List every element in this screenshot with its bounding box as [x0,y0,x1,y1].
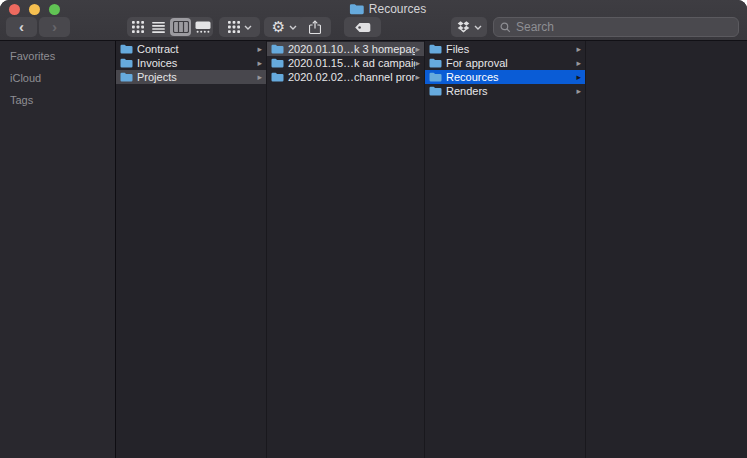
content-area: Favorites iCloud Tags Contract▸Invoices▸… [0,41,747,458]
disclosure-chevron-icon: ▸ [576,73,582,82]
segment-columns-view[interactable] [170,18,191,36]
share-icon [309,20,321,35]
file-row[interactable]: Renders▸ [425,84,585,98]
file-name: Invoices [137,57,257,69]
window-title-text: Recources [369,2,426,16]
folder-icon [271,58,284,68]
finder-column-3: Files▸For approval▸Recources▸Renders▸ [425,41,586,458]
folder-icon-wrap [429,86,442,96]
folder-icon [120,58,133,68]
tag-icon [354,22,371,33]
folder-icon-wrap [429,44,442,54]
folder-icon-wrap [120,44,133,54]
file-row[interactable]: Recources▸ [425,70,585,84]
file-name: Files [446,43,576,55]
folder-icon-wrap [120,72,133,82]
group-grid-icon [228,21,240,33]
file-name: Recources [446,71,576,83]
close-button[interactable] [9,4,20,15]
disclosure-chevron-icon: ▸ [415,59,421,68]
sidebar-section-favorites: Favorites [0,50,115,63]
window-title: Recources [349,2,426,16]
folder-icon [349,3,364,15]
folder-icon-wrap [271,58,284,68]
search-icon [500,22,511,33]
sidebar-section-icloud: iCloud [0,72,115,85]
column-browser: Contract▸Invoices▸Projects▸ 2020.01.10…k… [116,41,747,458]
folder-icon-wrap [429,58,442,68]
folder-icon [429,86,442,96]
disclosure-chevron-icon: ▸ [257,45,263,54]
segment-icons-view[interactable] [127,17,148,37]
disclosure-chevron-icon: ▸ [576,87,582,96]
zoom-button[interactable] [49,4,60,15]
folder-icon [271,44,284,54]
chevron-down-icon [244,25,252,30]
segment-list-view[interactable] [148,17,169,37]
folder-icon-wrap [271,44,284,54]
chevron-right-icon: › [52,18,57,36]
file-name: 2020.01.10…k 3 homepage [288,43,415,55]
forward-button[interactable]: › [39,17,70,37]
finder-window: Recources ‹ › [0,0,747,458]
disclosure-chevron-icon: ▸ [257,59,263,68]
folder-icon [120,44,133,54]
disclosure-chevron-icon: ▸ [576,45,582,54]
file-row[interactable]: Contract▸ [116,42,266,56]
view-segmented-control [127,17,213,37]
file-name: 2020.01.15…k ad campaign [288,57,415,69]
chevron-left-icon: ‹ [19,18,24,36]
file-name: 2020.02.02…channel promo [288,71,415,83]
chevron-down-icon [289,25,297,30]
file-row[interactable]: 2020.02.02…channel promo▸ [267,70,424,84]
file-row[interactable]: Files▸ [425,42,585,56]
folder-icon-wrap [271,72,284,82]
list-view-icon [152,22,165,33]
file-name: Renders [446,85,576,97]
folder-icon [271,72,284,82]
gallery-view-icon [195,21,211,33]
gear-icon: ⚙ [272,19,285,35]
disclosure-chevron-icon: ▸ [415,45,421,54]
search-field [493,17,739,37]
segment-gallery-view[interactable] [192,17,213,37]
grid-view-icon [132,21,144,33]
folder-icon-wrap [429,72,442,82]
file-name: Contract [137,43,257,55]
finder-column-2: 2020.01.10…k 3 homepage▸2020.01.15…k ad … [267,41,425,458]
file-row[interactable]: Projects▸ [116,70,266,84]
file-row[interactable]: 2020.01.15…k ad campaign▸ [267,56,424,70]
chevron-down-icon [474,25,482,30]
search-input[interactable] [516,20,732,34]
disclosure-chevron-icon: ▸ [415,73,421,82]
group-button[interactable] [219,17,260,37]
file-row[interactable]: 2020.01.10…k 3 homepage▸ [267,42,424,56]
sidebar: Favorites iCloud Tags [0,41,116,458]
disclosure-chevron-icon: ▸ [576,59,582,68]
folder-icon [429,58,442,68]
share-button[interactable] [298,17,331,37]
file-row[interactable]: Invoices▸ [116,56,266,70]
sidebar-section-tags: Tags [0,94,115,107]
columns-view-icon [173,21,189,33]
folder-icon [120,72,133,82]
titlebar: Recources ‹ › [0,0,747,41]
tag-button[interactable] [344,17,381,37]
file-name: Projects [137,71,257,83]
folder-icon [429,44,442,54]
disclosure-chevron-icon: ▸ [257,73,263,82]
folder-icon [429,72,442,82]
back-button[interactable]: ‹ [6,17,37,37]
file-row[interactable]: For approval▸ [425,56,585,70]
file-name: For approval [446,57,576,69]
dropbox-button[interactable] [451,17,487,37]
finder-column-1: Contract▸Invoices▸Projects▸ [116,41,267,458]
folder-icon-wrap [120,58,133,68]
finder-column-4 [586,41,747,458]
minimize-button[interactable] [29,4,40,15]
window-controls [9,4,60,15]
dropbox-icon [457,21,470,33]
